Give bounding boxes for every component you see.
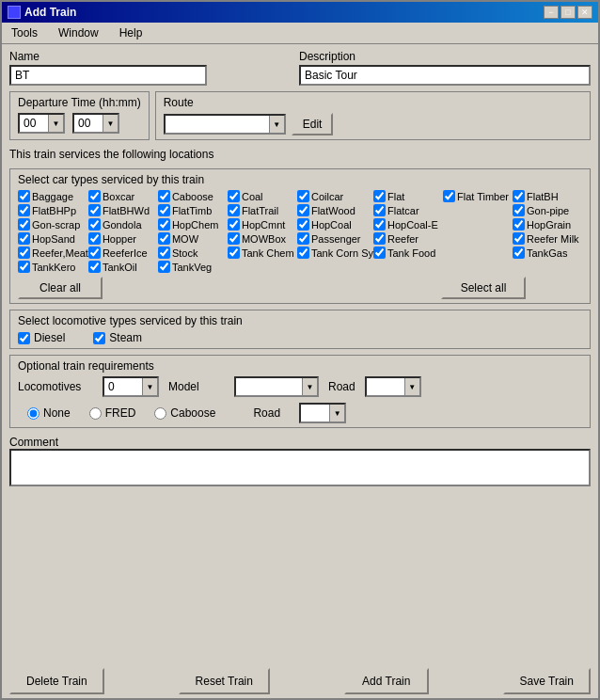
car-hopcoal-check[interactable] (297, 218, 309, 231)
car-reefice: ReeferIce (88, 247, 158, 259)
car-tankoil: TankOil (88, 261, 158, 273)
title-buttons: − □ ✕ (544, 6, 592, 19)
car-passenger-check[interactable] (297, 232, 309, 245)
car-tankkero: TankKero (18, 261, 88, 273)
select-all-button[interactable]: Select all (441, 277, 526, 299)
car-gon-scrap-check[interactable] (18, 218, 30, 231)
car-tank-chem-check[interactable] (228, 247, 240, 259)
desc-label: Description (299, 50, 591, 63)
car-mow-check[interactable] (158, 232, 170, 245)
menu-tools[interactable]: Tools (6, 24, 43, 41)
car-flattimb-check[interactable] (158, 204, 170, 216)
delete-train-button[interactable]: Delete Train (9, 668, 104, 694)
car-caboose-check[interactable] (158, 190, 170, 202)
car-reefer-milk: Reefer Milk (513, 232, 582, 245)
road-select[interactable]: ▼ (365, 376, 421, 397)
minute-select[interactable]: 00 ▼ (72, 113, 119, 134)
car-gondola-check[interactable] (88, 218, 101, 231)
car-flatwood-check[interactable] (297, 204, 309, 216)
menu-window[interactable]: Window (53, 24, 104, 41)
clear-all-button[interactable]: Clear all (18, 277, 103, 299)
car-reefice-check[interactable] (88, 247, 101, 259)
save-train-button[interactable]: Save Train (503, 668, 591, 694)
car-tankoil-check[interactable] (88, 261, 101, 273)
model-arrow[interactable]: ▼ (302, 378, 317, 395)
car-caboose: Caboose (158, 190, 228, 202)
car-coal-check[interactable] (228, 190, 240, 202)
model-select[interactable]: ▼ (234, 376, 319, 397)
road2-select[interactable]: ▼ (299, 403, 346, 423)
car-tank-corn-check[interactable] (297, 247, 309, 259)
road-arrow[interactable]: ▼ (404, 378, 419, 395)
car-gon-pipe-check[interactable] (513, 204, 525, 216)
car-hopcmnt-check[interactable] (228, 218, 240, 231)
route-select[interactable]: ▼ (164, 114, 286, 135)
car-hopcoal-e: HopCoal-E (373, 218, 443, 231)
app-icon (8, 6, 21, 19)
car-reefer: Reefer (373, 232, 443, 245)
locomotives-arrow[interactable]: ▼ (142, 378, 157, 395)
car-flattrail: FlatTrail (228, 204, 297, 216)
car-hopgrain-check[interactable] (513, 218, 525, 231)
hour-select[interactable]: 00 ▼ (18, 113, 65, 134)
name-input[interactable] (9, 65, 207, 86)
fred-radio-input[interactable] (89, 407, 102, 420)
car-baggage-check[interactable] (18, 190, 30, 202)
car-flatbhwd-check[interactable] (88, 204, 101, 216)
loco-section: Select locomotive types serviced by this… (9, 310, 591, 349)
car-hopper-check[interactable] (88, 232, 101, 245)
car-reefer-meat-check[interactable] (18, 247, 30, 259)
car-stock-check[interactable] (158, 247, 170, 259)
car-flatbh-check[interactable] (513, 190, 525, 202)
road2-arrow[interactable]: ▼ (329, 405, 344, 422)
car-reefer-milk-check[interactable] (513, 232, 525, 245)
route-dropdown-arrow[interactable]: ▼ (269, 116, 284, 133)
reset-train-button[interactable]: Reset Train (179, 668, 270, 694)
diesel-check[interactable] (18, 332, 30, 344)
car-tankveg-check[interactable] (158, 261, 170, 273)
car-hopsand-check[interactable] (18, 232, 30, 245)
close-button[interactable]: ✕ (577, 6, 592, 19)
car-coilcar-check[interactable] (297, 190, 309, 202)
steam-check[interactable] (93, 332, 105, 344)
car-reefer-check[interactable] (373, 232, 386, 245)
model-label: Model (168, 380, 225, 393)
departure-section: Departure Time (hh:mm) 00 ▼ 00 ▼ (9, 91, 150, 140)
car-boxcar-check[interactable] (88, 190, 101, 202)
car-flatbhpp-check[interactable] (18, 204, 30, 216)
maximize-button[interactable]: □ (561, 6, 576, 19)
car-flat-check[interactable] (373, 190, 386, 202)
car-tankveg: TankVeg (158, 261, 228, 273)
menu-help[interactable]: Help (114, 24, 149, 41)
car-flatbhpp: FlatBHPp (18, 204, 88, 216)
car-flatcar-check[interactable] (373, 204, 386, 216)
comment-input[interactable] (9, 449, 591, 486)
minimize-button[interactable]: − (544, 6, 559, 19)
edit-route-button[interactable]: Edit (292, 113, 334, 135)
minute-dropdown-arrow[interactable]: ▼ (103, 115, 118, 132)
comment-label: Comment (9, 436, 58, 449)
road-label: Road (328, 380, 355, 393)
hour-dropdown-arrow[interactable]: ▼ (48, 115, 63, 132)
info-text: This train services the following locati… (9, 146, 591, 163)
locomotives-select[interactable]: 0 ▼ (103, 376, 159, 397)
car-tankgas-check[interactable] (513, 247, 525, 259)
car-tankkero-check[interactable] (18, 261, 30, 273)
car-coilcar: Coilcar (297, 190, 373, 202)
steam-label: Steam (109, 331, 142, 344)
car-hopcoal-e-check[interactable] (373, 218, 386, 231)
car-tank-food-check[interactable] (373, 247, 386, 259)
diesel-label: Diesel (34, 331, 65, 344)
none-radio-input[interactable] (27, 407, 39, 420)
car-gon-pipe: Gon-pipe (513, 204, 582, 216)
caboose-radio-input[interactable] (154, 407, 166, 420)
car-hopchem-check[interactable] (158, 218, 170, 231)
optional-label: Optional train requirements (18, 359, 154, 373)
car-flat-timber-check[interactable] (443, 190, 455, 202)
add-train-button[interactable]: Add Train (344, 668, 429, 694)
car-mowbox-check[interactable] (228, 232, 240, 245)
route-inner: ▼ Edit (164, 113, 582, 135)
car-flattrail-check[interactable] (228, 204, 240, 216)
car-hopgrain: HopGrain (513, 218, 582, 231)
desc-input[interactable] (299, 65, 591, 86)
